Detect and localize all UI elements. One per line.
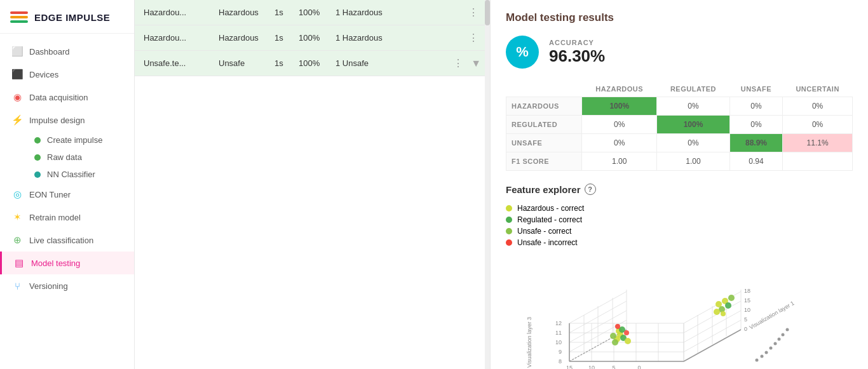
- feature-explorer-label: Feature explorer: [506, 184, 581, 195]
- devices-icon: ⬛: [11, 69, 23, 80]
- row-menu-button[interactable]: ⋮: [466, 32, 481, 44]
- svg-point-70: [761, 355, 764, 358]
- sidebar-item-label: Raw data: [47, 152, 82, 162]
- test-certainty: 100%: [299, 8, 330, 17]
- scroll-down-button[interactable]: ▼: [471, 58, 481, 69]
- matrix-row-f1: F1 SCORE 1.00 1.00 0.94: [506, 152, 853, 171]
- sidebar-item-nn-classifier[interactable]: NN Classifier: [29, 166, 134, 183]
- sidebar-item-label: Model testing: [31, 258, 80, 268]
- sidebar-item-create-impulse[interactable]: Create impulse: [29, 131, 134, 149]
- eon-icon: ◎: [11, 189, 23, 200]
- accuracy-badge: %: [506, 36, 539, 69]
- nn-classifier-dot: [34, 171, 41, 178]
- accuracy-section: % ACCURACY 96.30%: [506, 36, 853, 69]
- matrix-cell: 100%: [582, 97, 657, 116]
- matrix-cell: 0%: [783, 97, 853, 116]
- matrix-cell: 0%: [582, 116, 657, 134]
- sidebar-item-eon-tuner[interactable]: ◎ EON Tuner: [0, 183, 134, 206]
- test-label: Hazardous: [219, 8, 269, 17]
- main-content: Hazardou... Hazardous 1s 100% 1 Hazardou…: [135, 0, 868, 369]
- sidebar-item-data-acquisition[interactable]: ◉ Data acquisition: [0, 86, 134, 109]
- matrix-row-hazardous: HAZARDOUS 100% 0% 0% 0%: [506, 97, 853, 116]
- matrix-col-uncertain: UNCERTAIN: [783, 81, 853, 97]
- logo-bar-red: [10, 11, 28, 14]
- test-filename: Hazardou...: [144, 8, 214, 17]
- svg-point-57: [610, 333, 616, 339]
- svg-text:10: 10: [555, 339, 562, 346]
- test-filename: Unsafe.te...: [144, 58, 214, 68]
- sidebar-item-raw-data[interactable]: Raw data: [29, 149, 134, 166]
- svg-text:5: 5: [612, 365, 615, 369]
- test-certainty: 100%: [299, 33, 330, 43]
- sidebar-item-label: EON Tuner: [29, 190, 71, 199]
- test-certainty: 100%: [299, 58, 330, 68]
- raw-data-dot: [34, 154, 41, 161]
- legend-dot-hazardous: [506, 205, 512, 211]
- legend-dot-unsafe-incorrect: [506, 239, 512, 246]
- svg-text:15: 15: [566, 365, 573, 369]
- row-menu-button[interactable]: ⋮: [451, 57, 466, 69]
- sidebar-item-label: Data acquisition: [29, 93, 88, 102]
- scrollbar-thumb[interactable]: [485, 0, 490, 25]
- help-icon[interactable]: ?: [585, 184, 596, 195]
- svg-point-59: [625, 338, 631, 344]
- sidebar-item-impulse-design[interactable]: ⚡ Impulse design: [0, 109, 134, 131]
- matrix-row-regulated: REGULATED 0% 100% 0% 0%: [506, 116, 853, 134]
- impulse-icon: ⚡: [11, 114, 23, 126]
- live-icon: ⊕: [11, 234, 23, 246]
- sidebar-item-versioning[interactable]: ⑂ Versioning: [0, 274, 134, 297]
- test-duration: 1s: [275, 33, 294, 43]
- svg-text:10: 10: [744, 307, 750, 313]
- accuracy-value: 96.30%: [549, 46, 605, 66]
- svg-point-65: [725, 302, 731, 309]
- sidebar-item-dashboard[interactable]: ⬜ Dashboard: [0, 40, 134, 63]
- legend-label: Hazardous - correct: [517, 204, 584, 213]
- dashboard-icon: ⬜: [11, 46, 23, 57]
- matrix-cell: 0%: [657, 97, 730, 116]
- matrix-col-regulated: REGULATED: [657, 81, 730, 97]
- legend-item-unsafe-correct: Unsafe - correct: [506, 227, 853, 236]
- matrix-cell: 100%: [657, 116, 730, 134]
- logo-area: EDGE IMPULSE: [0, 0, 134, 34]
- svg-point-67: [728, 295, 735, 301]
- sidebar-item-label: Live classification: [29, 236, 93, 245]
- scatter-chart-svg: 8 9 10 11 12 15 10 5 0 0 5 10 15 18 Visu…: [506, 253, 798, 369]
- svg-point-54: [612, 339, 618, 346]
- matrix-cell: 0%: [729, 116, 782, 134]
- svg-point-66: [714, 309, 720, 315]
- test-result: 1 Hazardous: [336, 33, 461, 43]
- sidebar: EDGE IMPULSE ⬜ Dashboard ⬛ Devices ◉ Dat…: [0, 0, 135, 369]
- svg-point-60: [615, 324, 620, 329]
- matrix-col-empty: [506, 81, 582, 97]
- svg-text:8: 8: [559, 358, 562, 365]
- legend-item-regulated: Regulated - correct: [506, 215, 853, 224]
- sub-navigation: Create impulse Raw data NN Classifier: [0, 131, 134, 183]
- sidebar-navigation: ⬜ Dashboard ⬛ Devices ◉ Data acquisition…: [0, 34, 134, 369]
- test-duration: 1s: [275, 58, 294, 68]
- feature-explorer-chart: 8 9 10 11 12 15 10 5 0 0 5 10 15 18 Visu…: [506, 253, 853, 369]
- matrix-cell: 88.9%: [729, 134, 782, 152]
- sidebar-item-retrain-model[interactable]: ✶ Retrain model: [0, 206, 134, 229]
- matrix-cell: [783, 152, 853, 171]
- svg-text:Visualization layer 1: Visualization layer 1: [748, 300, 795, 331]
- test-result: 1 Unsafe: [336, 58, 445, 68]
- table-row: Hazardou... Hazardous 1s 100% 1 Hazardou…: [135, 0, 490, 25]
- svg-text:18: 18: [744, 288, 750, 294]
- test-filename: Hazardou...: [144, 33, 214, 43]
- svg-text:5: 5: [744, 316, 747, 323]
- matrix-cell: 0%: [729, 97, 782, 116]
- right-panel: Model testing results % ACCURACY 96.30% …: [491, 0, 868, 369]
- sidebar-item-label: Devices: [29, 70, 58, 79]
- table-row: Hazardou... Hazardous 1s 100% 1 Hazardou…: [135, 25, 490, 51]
- sidebar-item-model-testing[interactable]: ▤ Model testing: [0, 252, 134, 274]
- svg-point-69: [756, 359, 759, 362]
- confusion-matrix: HAZARDOUS REGULATED UNSAFE UNCERTAIN HAZ…: [506, 81, 853, 171]
- matrix-col-hazardous: HAZARDOUS: [582, 81, 657, 97]
- sidebar-item-label: Retrain model: [29, 213, 81, 222]
- accuracy-info: ACCURACY 96.30%: [549, 39, 605, 66]
- row-menu-button[interactable]: ⋮: [466, 6, 481, 18]
- sidebar-item-live-classification[interactable]: ⊕ Live classification: [0, 229, 134, 252]
- scrollbar-track[interactable]: [485, 0, 490, 369]
- sidebar-item-devices[interactable]: ⬛ Devices: [0, 63, 134, 86]
- test-duration: 1s: [275, 8, 294, 17]
